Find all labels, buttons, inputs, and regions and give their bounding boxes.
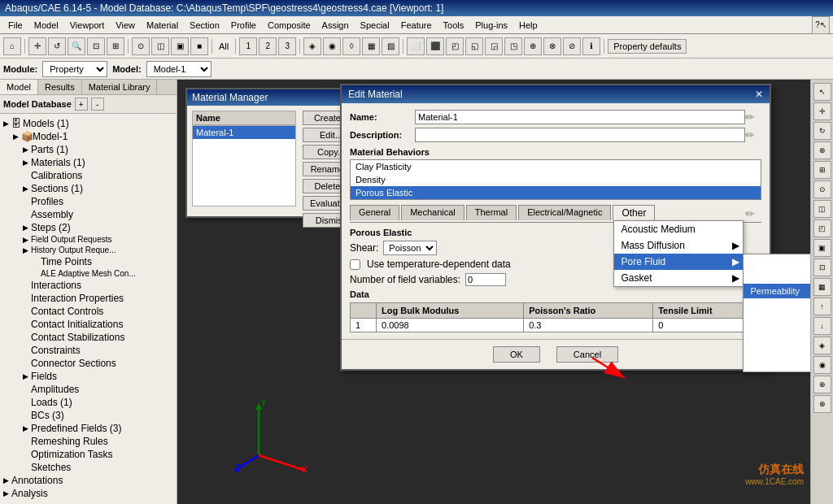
menu-assign[interactable]: Assign	[317, 19, 354, 32]
tree-item-assembly[interactable]: ▶Assembly	[2, 208, 175, 221]
description-edit-icon[interactable]: ✏	[745, 128, 761, 141]
tree-item-ale[interactable]: ▶ALE Adaptive Mesh Con...	[2, 268, 175, 279]
behavior-clay[interactable]: Clay Plasticity	[351, 160, 761, 173]
menu-mass-diffusion[interactable]: Mass Diffusion ▶	[614, 237, 743, 254]
tree-item-remeshing[interactable]: ▶Remeshing Rules	[2, 435, 175, 448]
tree-item-calibrations[interactable]: ▶Calibrations	[2, 169, 175, 182]
tree-item-contact-controls[interactable]: ▶Contact Controls	[2, 305, 175, 318]
tree-item-materials[interactable]: ▶Materials (1)	[2, 156, 175, 169]
rt-assign-btn[interactable]: ⊗	[813, 395, 831, 413]
submenu-permeability[interactable]: Permeability	[744, 284, 810, 298]
behavior-density[interactable]: Density	[351, 173, 761, 186]
behavior-edit-icon[interactable]: ✏	[745, 207, 761, 220]
tree-item-optimization[interactable]: ▶Optimization Tasks	[2, 448, 175, 461]
submenu-pore-expansion[interactable]: Pore Fluid Expansion	[744, 298, 810, 313]
tree-item-contact-init[interactable]: ▶Contact Initializations	[2, 318, 175, 331]
render3-btn[interactable]: ◊	[342, 37, 360, 55]
menu-model[interactable]: Model	[29, 19, 63, 32]
model-select[interactable]: Model-1	[146, 61, 212, 77]
temp-dep-checkbox[interactable]	[350, 259, 360, 270]
tree-item-analysis[interactable]: ▶Analysis	[2, 487, 175, 500]
tree-item-model1[interactable]: ▶📦Model-1	[2, 130, 175, 143]
rt-node-btn[interactable]: ⊙	[813, 180, 831, 198]
submenu-sorption[interactable]: Sorption	[744, 328, 810, 342]
node-btn[interactable]: ⊙	[132, 37, 150, 55]
name-edit-icon[interactable]: ✏	[745, 111, 761, 124]
tree-item-constraints[interactable]: ▶Constraints	[2, 344, 175, 357]
tree-item-models[interactable]: ▶🗄Models (1)	[2, 117, 175, 130]
vis1-btn[interactable]: ⬜	[407, 37, 425, 55]
vis6-btn[interactable]: ◳	[504, 37, 522, 55]
render2-btn[interactable]: ◉	[323, 37, 341, 55]
tree-item-history-output[interactable]: ▶History Output Reque...	[2, 245, 175, 255]
menu-composite[interactable]: Composite	[263, 19, 316, 32]
tree-expand-btn[interactable]: +	[75, 98, 88, 111]
tree-item-interactions[interactable]: ▶Interactions	[2, 279, 175, 292]
vis2-btn[interactable]: ⬛	[426, 37, 444, 55]
tree-item-contact-stab[interactable]: ▶Contact Stabilizations	[2, 331, 175, 344]
submenu-gap-flow[interactable]: Gap Flow	[744, 357, 810, 371]
rt-part-btn[interactable]: ◈	[813, 337, 831, 354]
rt-load-btn[interactable]: ↓	[813, 317, 831, 335]
tree-item-predefined[interactable]: ▶Predefined Fields (3)	[2, 422, 175, 435]
edit-material-close-btn[interactable]: ✕	[755, 89, 763, 100]
menu-tools[interactable]: Tools	[438, 19, 469, 32]
row-log-bulk-0[interactable]: 0.0098	[376, 319, 523, 332]
rt-datum-btn[interactable]: ⊡	[813, 259, 831, 276]
home-btn[interactable]: ⌂	[3, 37, 21, 55]
tree-item-steps[interactable]: ▶Steps (2)	[2, 221, 175, 234]
view3-btn[interactable]: 3	[278, 37, 296, 55]
rt-orient-btn[interactable]: ⊕	[813, 376, 831, 393]
tree-item-parts[interactable]: ▶Parts (1)	[2, 143, 175, 156]
tree-item-amplitudes[interactable]: ▶Amplitudes	[2, 383, 175, 396]
move-btn[interactable]: ✛	[28, 37, 46, 55]
rt-face-btn[interactable]: ◰	[813, 219, 831, 237]
fit-btn[interactable]: ⊞	[107, 37, 124, 55]
tab-material-library[interactable]: Material Library	[82, 80, 158, 94]
material-list-item-0[interactable]: Materal-1	[193, 126, 295, 139]
ok-btn[interactable]: OK	[493, 346, 540, 363]
menu-viewport[interactable]: Viewport	[65, 19, 110, 32]
vis5-btn[interactable]: ◲	[485, 37, 503, 55]
menu-special[interactable]: Special	[355, 19, 395, 32]
render-btn[interactable]: ◈	[303, 37, 321, 55]
material-manager-list[interactable]: Materal-1	[192, 125, 296, 206]
edge-btn[interactable]: ◫	[151, 37, 169, 55]
rotate-btn[interactable]: ↺	[48, 37, 66, 55]
name-input[interactable]	[415, 110, 745, 124]
rt-bc-btn[interactable]: ↑	[813, 298, 831, 315]
rt-plane-btn[interactable]: ▣	[813, 239, 831, 257]
menu-gasket[interactable]: Gasket ▶	[614, 270, 743, 286]
row-poissons-0[interactable]: 0.3	[524, 319, 653, 332]
menu-profile[interactable]: Profile	[226, 19, 261, 32]
tree-item-connector-sections[interactable]: ▶Connector Sections	[2, 357, 175, 370]
solid-btn[interactable]: ■	[190, 37, 208, 55]
menu-pore-fluid[interactable]: Pore Fluid ▶ Gel Moisture Swelling Perme…	[614, 254, 743, 270]
view2-btn[interactable]: 2	[259, 37, 277, 55]
zoom-box-btn[interactable]: ⊡	[87, 37, 105, 55]
rt-mesh-btn[interactable]: ▦	[813, 278, 831, 296]
submenu-moisture[interactable]: Moisture Swelling	[744, 269, 810, 284]
vis9-btn[interactable]: ⊘	[563, 37, 581, 55]
rt-section-btn[interactable]: ◉	[813, 356, 831, 374]
tab-general[interactable]: General	[350, 205, 399, 220]
menu-help[interactable]: Help	[514, 19, 543, 32]
zoom-btn[interactable]: 🔍	[68, 37, 85, 55]
tree-item-bcs[interactable]: ▶BCs (3)	[2, 409, 175, 422]
behavior-porous[interactable]: Porous Elastic	[351, 186, 761, 199]
menu-material[interactable]: Material	[142, 19, 183, 32]
render5-btn[interactable]: ▧	[382, 37, 399, 55]
tab-other[interactable]: Other Acoustic Medium Mass Diffusion ▶	[613, 205, 655, 220]
vis7-btn[interactable]: ⊕	[524, 37, 542, 55]
rt-fit-btn[interactable]: ⊞	[813, 161, 831, 179]
tab-model[interactable]: Model	[0, 80, 38, 94]
tree-item-annotations[interactable]: ▶Annotations	[2, 474, 175, 487]
view1-btn[interactable]: 1	[239, 37, 257, 55]
tree-item-fields[interactable]: ▶Fields	[2, 370, 175, 383]
tab-mechanical[interactable]: Mechanical	[401, 205, 464, 220]
rt-zoom-btn[interactable]: ⊕	[813, 141, 831, 159]
rt-edge-btn[interactable]: ◫	[813, 200, 831, 218]
num-vars-input[interactable]	[465, 273, 506, 286]
menu-section[interactable]: Section	[185, 19, 225, 32]
tab-results[interactable]: Results	[38, 80, 82, 94]
